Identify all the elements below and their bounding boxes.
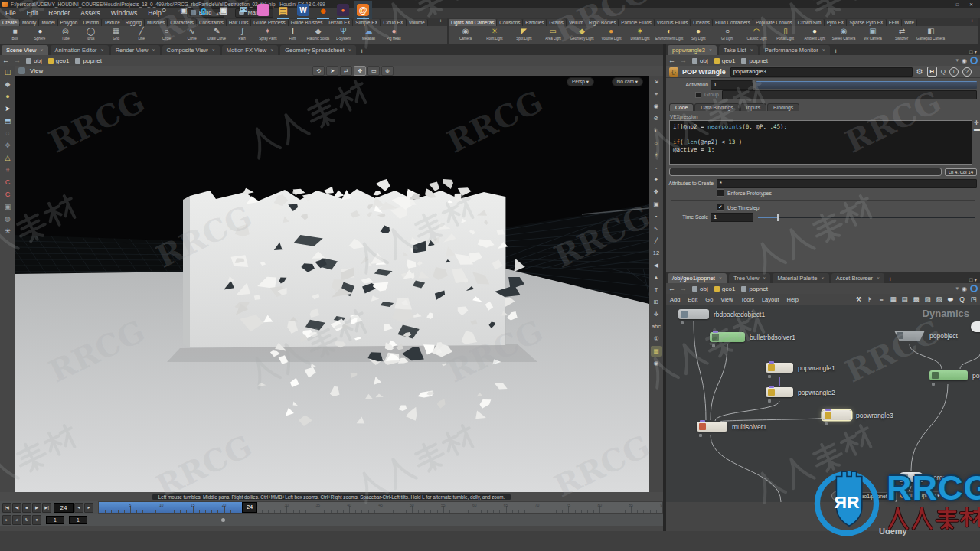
pane-tab[interactable]: Scene View × [2,45,48,55]
shelf-tool[interactable]: ▯ Portal Light [771,27,800,41]
shelf-tool[interactable]: ○ Circle [154,27,179,41]
hand-icon[interactable]: ✳ [2,226,13,236]
tab-close-icon[interactable]: × [270,47,273,53]
breadcrumb-item[interactable]: obj [26,57,42,64]
shelf-tool[interactable]: T Font [280,27,305,41]
hide-icon[interactable]: ⊘ [651,113,662,124]
points-icon[interactable]: • [651,211,662,222]
tab-close-icon[interactable]: × [101,47,104,53]
param-folder-tab[interactable]: Data Bindings [694,103,739,111]
network-menu-item[interactable]: Add [670,296,680,303]
timeline-ruler[interactable]: 5101520253035404550556065707580859024 [98,501,663,514]
stow-icon[interactable]: ◆ [2,79,13,90]
profiles-icon[interactable]: ╱ [651,236,662,246]
shelf-tool[interactable]: ◉ Camera [451,27,480,41]
shelf-tool[interactable]: ■ Box [2,27,28,41]
shelf-tool[interactable]: ○ GI Light [713,27,742,41]
pane-tab[interactable]: Take List × [719,45,758,55]
playbar-option-button[interactable]: ↻ [22,515,31,525]
shelf-tab[interactable]: Volume [407,19,428,26]
snap-magnet2-icon[interactable]: C [2,189,13,200]
shelf-tool[interactable]: ● Sky Light [684,27,713,41]
snap-grid-icon[interactable]: ⌗ [2,165,13,175]
shelf-tab[interactable]: Constraints [197,19,227,26]
camera-persp-pill[interactable]: Persp ▾ [567,77,594,86]
shelf-tab[interactable]: Terrain FX [325,19,353,26]
tab-close-icon[interactable]: × [40,47,43,53]
step-forward-button[interactable]: ▸ [84,503,93,513]
shelf-tool[interactable]: ✦ Spray Paint [255,27,280,41]
breadcrumb-item[interactable]: geo1 [714,285,736,292]
shelf-tab[interactable]: Deform [80,19,102,26]
vex-code-editor[interactable]: i[]@np2 = nearpoints(0, @P, .45); if( le… [669,120,972,165]
tab-close-icon[interactable]: × [750,47,753,53]
range-slider[interactable] [95,520,655,520]
shelf-tab[interactable]: Populate Crowds [753,19,795,26]
shelf-tab[interactable]: Modify [20,19,40,26]
shelf-tab[interactable]: Simple FX [353,19,381,26]
playbar-option-button[interactable]: ● [32,515,41,525]
lock-icon[interactable]: ◉ [651,101,662,112]
shelf-tool[interactable]: ◉ Stereo Camera [829,27,858,41]
slider-handle[interactable] [777,214,779,221]
attributes-to-create-field[interactable]: * [717,179,977,188]
color-pill-icon[interactable]: ⬬ [946,295,956,304]
shelf-tab[interactable]: Crowd Sim [795,19,825,26]
pane-menu-icon[interactable]: □ ▾ [969,277,977,283]
menu-item[interactable]: Edit [21,9,44,17]
shelf-tool[interactable]: ● Volume Light [596,27,626,41]
houdini-icon[interactable]: @ [354,1,372,19]
forward-arrow-icon[interactable]: → [680,285,687,292]
shelf-tool[interactable]: Ψ L-System [331,27,356,41]
tab-close-icon[interactable]: × [822,47,825,53]
playhead[interactable]: 24 [242,502,257,513]
info-circle-icon[interactable]: ① [651,334,662,344]
network-menu-item[interactable]: Layout [762,296,779,303]
view-state-icon[interactable]: ● [2,91,13,102]
snap-triangle-icon[interactable]: △ [2,152,13,163]
pane-tab[interactable]: /obj/geo1/popnet × [668,273,727,283]
shelf-tool[interactable]: ☀ Point Light [480,27,509,41]
network-node-bulletrbdsolver1[interactable] [710,332,745,342]
shelf-tab[interactable]: Create [0,19,20,26]
time-scale-slider[interactable] [758,214,975,221]
breadcrumb-item[interactable]: obj [692,285,708,292]
shelf-tab[interactable]: Guide Process [251,19,288,26]
shelf-tab[interactable]: Guide Brushes [289,19,326,26]
maximize-button[interactable]: □ [956,2,964,7]
network-node-popsolver[interactable] [929,370,968,380]
tab-close-icon[interactable]: × [152,47,155,53]
breadcrumb-item[interactable]: geo1 [48,57,70,64]
pane-tab[interactable]: Composite View × [162,45,220,55]
normals-icon[interactable]: ↖ [651,223,662,234]
back-arrow-icon[interactable]: ← [668,285,675,292]
network-node-popobject[interactable] [894,331,925,341]
axis-icon[interactable]: ✛ [651,309,662,320]
shelf-tab[interactable]: Wire [902,19,917,26]
shelf-tool[interactable]: ✶ Distant Light [626,27,655,41]
path-dropdown-icon[interactable]: ▾ [956,57,959,64]
notes-icon[interactable]: ▨ [923,295,933,304]
pane-tab[interactable]: Performance Monitor × [760,45,830,55]
shelf-tab[interactable]: Cloud FX [381,19,406,26]
shelf-tab[interactable]: Collisions [497,19,523,26]
playback-button[interactable]: ■ [22,503,31,513]
pane-tab[interactable]: Material Palette × [773,273,828,283]
shelf-tab[interactable]: Polygon [58,19,81,26]
select-groups-icon[interactable]: ◌ [2,128,13,139]
pin-icon[interactable]: ◉ [962,285,967,292]
point-numbers-icon[interactable]: 12 [651,248,662,259]
pane-layout-icon[interactable]: ◫ [2,67,13,77]
shelf-tab[interactable]: FEM [887,19,902,26]
shelf-tab[interactable]: Lights and Cameras [449,19,497,26]
pane-tab[interactable]: Asset Browser × [831,273,884,283]
playbar-option-button[interactable]: ♫ [12,515,21,525]
store-icon[interactable]: ▣ [214,1,233,19]
network-node-merge1[interactable] [899,472,923,482]
shelf-tool[interactable]: ◤ Spot Light [509,27,538,41]
breadcrumb-item[interactable]: popnet [741,285,767,292]
pin-icon[interactable]: ◉ [962,57,967,64]
network-menu-item[interactable]: Tools [740,296,754,303]
network-node-rbdpackedobject1[interactable] [678,309,709,319]
update-mode-dropdown[interactable]: Auto Update ▾ [896,491,945,500]
